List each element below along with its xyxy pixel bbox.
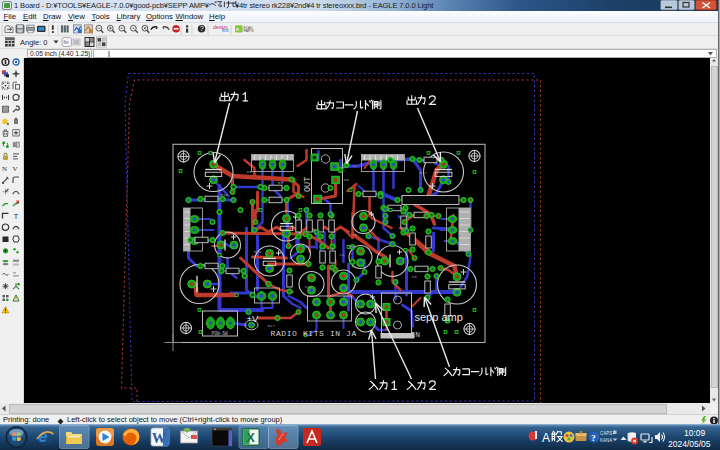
svg-text:10:09: 10:09 (684, 428, 706, 438)
svg-text:N: N (2, 165, 7, 173)
svg-text:link: link (222, 29, 230, 34)
svg-text:?: ? (200, 24, 204, 33)
svg-text:D5: D5 (344, 178, 349, 182)
svg-text:RADIO KITS IN JA: RADIO KITS IN JA (270, 329, 356, 338)
svg-text:C4: C4 (339, 253, 344, 257)
svg-text:T15: T15 (349, 245, 357, 249)
svg-text:C16: C16 (304, 285, 312, 289)
svg-text:2024/05/05: 2024/05/05 (668, 439, 711, 449)
svg-text:KANA: KANA (600, 438, 612, 443)
svg-text:PARTS: PARTS (244, 30, 255, 34)
svg-text:A: A (542, 431, 550, 445)
svg-text:R3: R3 (277, 181, 282, 185)
svg-text:X: X (247, 431, 256, 445)
svg-text:e: e (236, 26, 239, 32)
svg-text:T: T (14, 212, 19, 221)
svg-text:R7: R7 (341, 166, 346, 170)
svg-text:OUT: OUT (302, 177, 312, 192)
svg-text:fm: fm (64, 40, 69, 45)
svg-text:R19: R19 (254, 250, 262, 254)
svg-text:V: V (13, 165, 18, 173)
svg-text:?: ? (591, 433, 596, 443)
svg-text:R17: R17 (419, 171, 427, 175)
svg-text:T15: T15 (327, 247, 335, 251)
svg-text:D3: D3 (246, 170, 251, 174)
svg-text:R19: R19 (220, 193, 228, 197)
svg-text:T4: T4 (351, 265, 356, 269)
svg-text:sepp amp: sepp amp (414, 311, 462, 323)
svg-text:C2: C2 (352, 164, 357, 168)
svg-text:POW-SW: POW-SW (211, 331, 228, 336)
svg-text:IN: IN (410, 330, 420, 339)
svg-text:CAPS: CAPS (600, 431, 612, 436)
svg-text:W: W (152, 431, 166, 446)
svg-text:T8: T8 (352, 233, 357, 237)
svg-text:C3: C3 (411, 275, 416, 279)
svg-text:R17: R17 (267, 324, 275, 328)
svg-text:+V: +V (246, 313, 259, 324)
